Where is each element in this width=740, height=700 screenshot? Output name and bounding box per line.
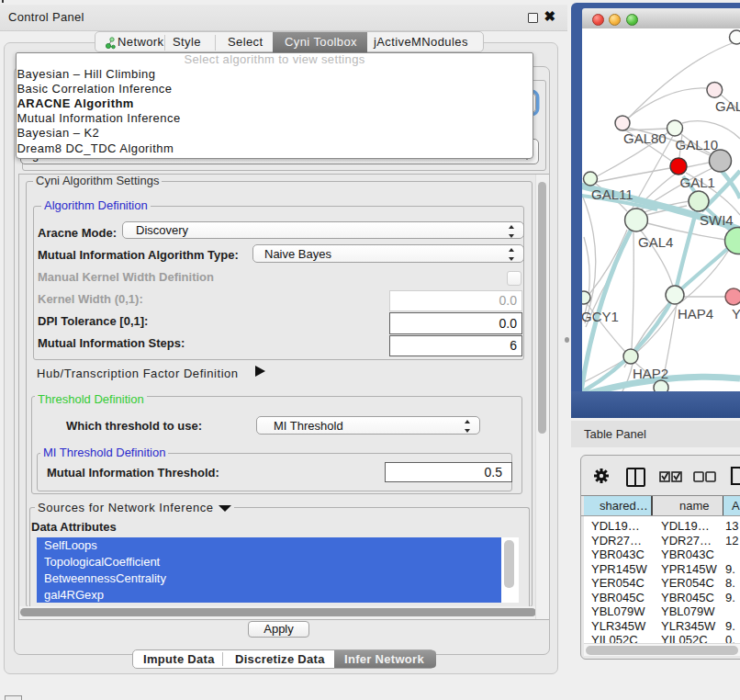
svg-text:GAL11: GAL11 — [591, 186, 633, 202]
svg-text:GAL10: GAL10 — [676, 137, 719, 152]
svg-text:GAL2: GAL2 — [715, 98, 740, 114]
svg-text:GAL4: GAL4 — [638, 234, 673, 250]
svg-text:HAP2: HAP2 — [633, 366, 668, 381]
svg-text:SWI4: SWI4 — [700, 212, 734, 228]
svg-text:GAL1: GAL1 — [680, 175, 715, 190]
svg-text:HAP4: HAP4 — [678, 306, 713, 322]
svg-text:GCY1: GCY1 — [582, 309, 619, 324]
svg-text:GAL80: GAL80 — [623, 130, 667, 146]
svg-text:Y: Y — [732, 306, 740, 322]
